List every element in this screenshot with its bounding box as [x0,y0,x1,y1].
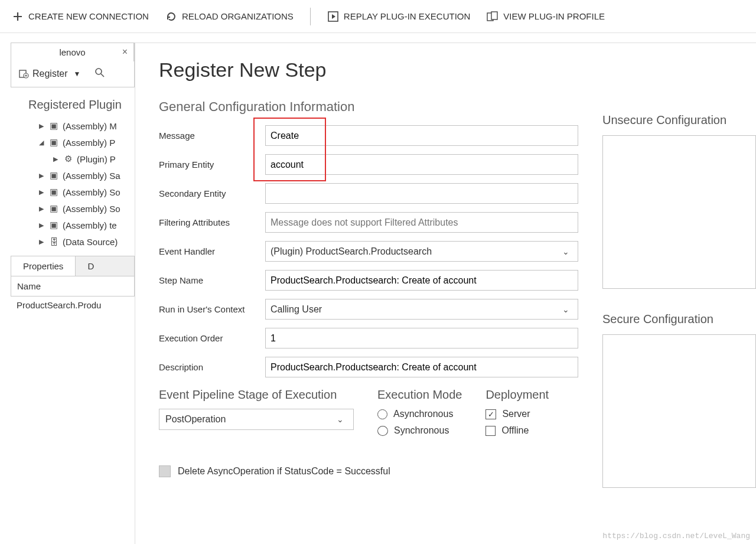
pipeline-column: Event Pipeline Stage of Execution PostOp… [159,388,354,442]
tree-item[interactable]: ▶▣(Assembly) te [11,217,135,233]
radio-icon [377,426,388,436]
assembly-icon: ▣ [48,220,59,230]
radio-icon [377,409,387,419]
tree-item[interactable]: ◢▣(Assembly) P [11,134,135,151]
reload-organizations-button[interactable]: RELOAD ORGANIZATIONS [165,11,294,22]
step-name-field[interactable] [265,270,578,291]
label-run-context: Run in User's Context [159,304,265,314]
label-primary-entity: Primary Entity [159,159,265,170]
label-description: Description [159,362,265,372]
secure-title: Secure Configuration [602,312,756,326]
check-server[interactable]: Server [485,409,549,419]
label-secondary-entity: Secondary Entity [159,188,265,198]
toolbar-label: RELOAD ORGANIZATIONS [182,11,294,21]
tree-item[interactable]: ▶▣(Assembly) M [11,118,135,134]
message-field[interactable] [265,125,578,146]
pipeline-title: Event Pipeline Stage of Execution [159,388,354,402]
chevron-down-icon: ⌄ [562,247,573,256]
assembly-icon: ▣ [48,203,59,214]
label-event-handler: Event Handler [159,246,265,256]
replay-plugin-execution-button[interactable]: REPLAY PLUG-IN EXECUTION [327,11,471,22]
toolbar-label: VIEW PLUG-IN PROFILE [503,11,605,21]
primary-entity-field[interactable] [265,154,578,175]
watermark: https://blog.csdn.net/LeveL_Wang [602,532,750,540]
grid-row[interactable]: ProductSearch.Produ [11,297,135,314]
unsecure-title: Unsecure Configuration [602,113,756,127]
pipeline-stage-select[interactable]: PostOperation⌄ [159,409,354,430]
tree-item-plugin[interactable]: ▶⚙(Plugin) P [11,151,135,167]
connection-tabs: lenovo × [11,43,135,61]
plugin-icon: ⚙ [63,154,73,164]
label-execution-order: Execution Order [159,333,265,343]
chevron-down-icon[interactable]: ▼ [74,70,81,78]
run-context-select[interactable]: Calling User⌄ [265,299,578,320]
reload-icon [165,11,177,22]
register-button[interactable]: Register [32,69,68,79]
unsecure-config-box[interactable] [602,135,756,289]
chevron-down-icon: ⌄ [337,415,347,424]
tree-item[interactable]: ▶🗄(Data Source) [11,233,135,250]
toolbar-label: REPLAY PLUG-IN EXECUTION [344,11,471,21]
event-handler-select[interactable]: (Plugin) ProductSearch.Productsearch⌄ [265,241,578,262]
checkbox-icon [485,426,496,436]
check-offline[interactable]: Offline [485,425,549,436]
assembly-icon: ▣ [48,187,59,197]
chevron-down-icon: ⌄ [562,305,573,314]
tab-label: lenovo [19,47,125,57]
delete-async-label: Delete AsyncOperation if StatusCode = Su… [178,466,390,477]
secure-config-box[interactable] [602,334,756,488]
label-step-name: Step Name [159,275,265,285]
svg-rect-2 [491,12,497,19]
properties-tabs: Properties D [11,256,135,276]
tree-item[interactable]: ▶▣(Assembly) So [11,200,135,217]
assembly-icon: ▣ [48,137,59,148]
grid-header-name[interactable]: Name [11,276,135,297]
tree-item[interactable]: ▶▣(Assembly) Sa [11,167,135,184]
radio-async[interactable]: Asynchronous [377,409,462,419]
execution-order-field[interactable] [265,328,578,348]
close-icon[interactable]: × [122,47,128,57]
filtering-attributes-field [265,212,578,233]
tab-properties[interactable]: Properties [11,256,76,276]
view-plugin-profile-button[interactable]: VIEW PLUG-IN PROFILE [487,11,605,22]
secondary-entity-field[interactable] [265,183,578,204]
tab-lenovo[interactable]: lenovo × [11,43,134,61]
register-icon [18,69,29,79]
deployment-column: Deployment Server Offline [485,388,549,442]
exec-mode-column: Execution Mode Asynchronous Synchronous [377,388,462,442]
radio-sync[interactable]: Synchronous [377,425,462,436]
svg-point-5 [96,69,102,74]
toolbar-separator [310,8,311,25]
right-column: Unsecure Configuration Secure Configurat… [602,43,756,512]
profile-icon [487,11,498,22]
deployment-title: Deployment [485,388,549,402]
plugin-tree: ▶▣(Assembly) M ◢▣(Assembly) P ▶⚙(Plugin)… [11,118,135,250]
plus-icon [12,11,24,22]
tab-body: Register ▼ [11,61,135,87]
toolbar: CREATE NEW CONNECTION RELOAD ORGANIZATIO… [0,0,756,33]
label-filtering: Filtering Attributes [159,217,265,227]
toolbar-label: CREATE NEW CONNECTION [28,11,149,21]
checkbox-icon [485,409,496,419]
assembly-icon: ▣ [48,170,59,181]
assembly-icon: ▣ [48,120,59,131]
left-pane: lenovo × Register ▼ Registered Plugin ▶▣… [11,43,135,314]
search-icon[interactable] [94,67,105,80]
checkbox-icon [159,465,171,477]
tree-header: Registered Plugin [11,87,135,118]
exec-mode-title: Execution Mode [377,388,462,402]
datasource-icon: 🗄 [48,236,59,247]
tree-item[interactable]: ▶▣(Assembly) So [11,184,135,200]
label-message: Message [159,131,265,141]
play-icon [327,11,339,22]
description-field[interactable] [265,357,578,377]
create-new-connection-button[interactable]: CREATE NEW CONNECTION [12,11,149,22]
tab-details[interactable]: D [76,256,135,276]
